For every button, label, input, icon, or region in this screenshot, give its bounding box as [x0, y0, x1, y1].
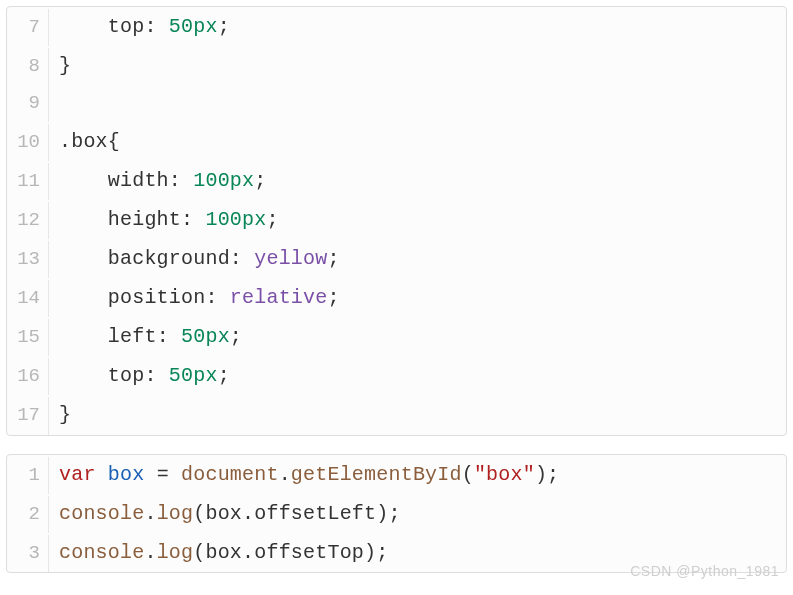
token: 50px	[169, 364, 218, 387]
token: {	[108, 130, 120, 153]
token: log	[157, 541, 194, 564]
token: (	[193, 541, 205, 564]
code-content: background: yellow;	[49, 239, 340, 278]
token: }	[59, 54, 71, 77]
code-content: top: 50px;	[49, 7, 230, 46]
code-content: left: 50px;	[49, 317, 242, 356]
code-line: 3console.log(box.offsetTop);	[7, 533, 786, 572]
token: box	[205, 502, 242, 525]
token: background	[108, 247, 230, 270]
token: :	[230, 247, 254, 270]
token: getElementById	[291, 463, 462, 486]
token: ;	[327, 286, 339, 309]
token	[144, 463, 156, 486]
code-content: }	[49, 46, 71, 85]
token: var	[59, 463, 96, 486]
line-number: 7	[7, 9, 49, 46]
line-number: 17	[7, 397, 49, 434]
line-number: 1	[7, 457, 49, 494]
code-block-js: 1var box = document.getElementById("box"…	[6, 454, 787, 573]
token: relative	[230, 286, 328, 309]
token	[169, 463, 181, 486]
code-content: console.log(box.offsetTop);	[49, 533, 388, 572]
token: .	[242, 541, 254, 564]
code-block-css: 7 top: 50px;8}910.box{11 width: 100px;12…	[6, 6, 787, 436]
token: .box	[59, 130, 108, 153]
token: 100px	[205, 208, 266, 231]
code-content: console.log(box.offsetLeft);	[49, 494, 401, 533]
code-content: width: 100px;	[49, 161, 266, 200]
code-content: .box{	[49, 122, 120, 161]
token: offsetLeft	[254, 502, 376, 525]
token: .	[242, 502, 254, 525]
token: offsetTop	[254, 541, 364, 564]
token: :	[205, 286, 229, 309]
token: box	[205, 541, 242, 564]
line-number: 2	[7, 496, 49, 533]
token	[59, 208, 108, 231]
token	[59, 15, 108, 38]
line-number: 8	[7, 48, 49, 85]
code-content: }	[49, 395, 71, 434]
token: .	[279, 463, 291, 486]
token: top	[108, 364, 145, 387]
code-content: position: relative;	[49, 278, 340, 317]
token: );	[364, 541, 388, 564]
code-content: var box = document.getElementById("box")…	[49, 455, 559, 494]
code-content: top: 50px;	[49, 356, 230, 395]
token: =	[157, 463, 169, 486]
line-number: 3	[7, 535, 49, 572]
token: }	[59, 403, 71, 426]
code-line: 17}	[7, 395, 786, 434]
line-number: 13	[7, 241, 49, 278]
line-number: 16	[7, 358, 49, 395]
code-line: 8}	[7, 46, 786, 85]
token: );	[535, 463, 559, 486]
code-line: 15 left: 50px;	[7, 317, 786, 356]
token: box	[108, 463, 145, 486]
token: :	[181, 208, 205, 231]
token: ;	[327, 247, 339, 270]
token: height	[108, 208, 181, 231]
token: console	[59, 541, 144, 564]
code-line: 16 top: 50px;	[7, 356, 786, 395]
token: document	[181, 463, 279, 486]
code-line: 13 background: yellow;	[7, 239, 786, 278]
line-number: 15	[7, 319, 49, 356]
token: (	[462, 463, 474, 486]
token: .	[144, 541, 156, 564]
token: (	[193, 502, 205, 525]
line-number: 12	[7, 202, 49, 239]
code-content: height: 100px;	[49, 200, 279, 239]
line-number: 9	[7, 85, 49, 122]
token: console	[59, 502, 144, 525]
token	[59, 364, 108, 387]
code-line: 10.box{	[7, 122, 786, 161]
code-line: 14 position: relative;	[7, 278, 786, 317]
code-line: 12 height: 100px;	[7, 200, 786, 239]
token: left	[108, 325, 157, 348]
token: ;	[266, 208, 278, 231]
token	[96, 463, 108, 486]
code-line: 7 top: 50px;	[7, 7, 786, 46]
token: yellow	[254, 247, 327, 270]
token: ;	[230, 325, 242, 348]
code-line: 11 width: 100px;	[7, 161, 786, 200]
line-number: 14	[7, 280, 49, 317]
token: 50px	[169, 15, 218, 38]
token	[59, 169, 108, 192]
code-line: 2console.log(box.offsetLeft);	[7, 494, 786, 533]
line-number: 11	[7, 163, 49, 200]
token: :	[144, 364, 168, 387]
token: :	[169, 169, 193, 192]
token: 100px	[193, 169, 254, 192]
token: ;	[218, 364, 230, 387]
token: .	[144, 502, 156, 525]
code-line: 9	[7, 85, 786, 122]
token: ;	[254, 169, 266, 192]
token: );	[376, 502, 400, 525]
line-number: 10	[7, 124, 49, 161]
token: :	[157, 325, 181, 348]
token: width	[108, 169, 169, 192]
token: "box"	[474, 463, 535, 486]
